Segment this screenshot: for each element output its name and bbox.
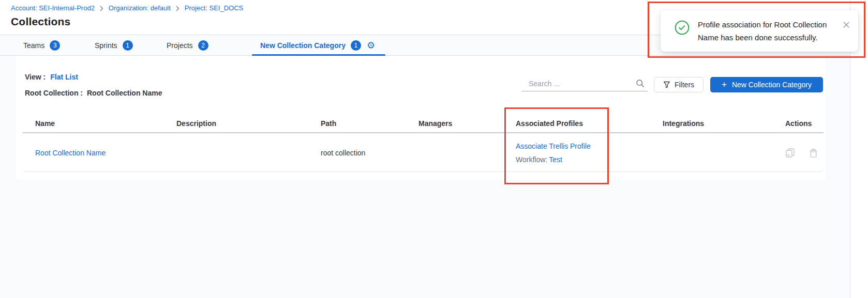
tab-teams-label: Teams bbox=[23, 41, 44, 50]
filter-funnel-icon bbox=[663, 81, 670, 88]
workflow-test-link[interactable]: Test bbox=[549, 155, 562, 164]
root-collection-name-link[interactable]: Root Collection Name bbox=[35, 149, 106, 157]
root-collection-value: Root Collection Name bbox=[87, 89, 162, 97]
search-field bbox=[521, 76, 648, 91]
chevron-right-icon bbox=[99, 6, 104, 11]
cell-associated-profiles: Associate Trellis Profile Workflow:Test bbox=[516, 142, 663, 165]
gear-icon[interactable]: ⚙ bbox=[367, 41, 375, 50]
new-collection-category-button-label: New Collection Category bbox=[732, 81, 812, 89]
plus-icon: + bbox=[722, 80, 727, 89]
column-header-path: Path bbox=[321, 119, 418, 128]
column-header-description: Description bbox=[176, 119, 321, 128]
tab-projects[interactable]: Projects 2 bbox=[167, 35, 208, 55]
toast-message: Profile association for Root Collection … bbox=[698, 18, 836, 44]
breadcrumb: Account: SEI-Internal-Prod2 Organization… bbox=[11, 4, 243, 12]
cell-name: Root Collection Name bbox=[23, 149, 176, 157]
tab-teams-count-badge: 3 bbox=[50, 40, 60, 51]
tab-projects-label: Projects bbox=[167, 41, 193, 50]
column-header-actions: Actions bbox=[785, 119, 824, 128]
workflow-line: Workflow:Test bbox=[516, 155, 663, 165]
tab-teams[interactable]: Teams 3 bbox=[23, 35, 60, 55]
success-check-icon bbox=[675, 20, 690, 37]
table-header-row: Name Description Path Managers Associate… bbox=[23, 115, 824, 133]
flat-list-link[interactable]: Flat List bbox=[50, 73, 78, 81]
column-header-managers: Managers bbox=[418, 119, 516, 128]
cell-path: root collection bbox=[321, 149, 418, 157]
tab-new-collection-category-count-badge: 1 bbox=[351, 40, 361, 51]
delete-trash-icon[interactable] bbox=[809, 148, 818, 158]
view-label: View : bbox=[25, 73, 46, 81]
breadcrumb-project-link[interactable]: Project: SEI_DOCS bbox=[185, 4, 243, 12]
tab-sprints-count-badge: 1 bbox=[123, 40, 133, 51]
cell-actions bbox=[785, 148, 824, 158]
tab-new-collection-category[interactable]: New Collection Category 1 ⚙ bbox=[252, 35, 385, 55]
breadcrumb-organization-link[interactable]: Organization: default bbox=[109, 4, 171, 12]
search-input[interactable] bbox=[529, 80, 636, 88]
new-collection-category-button[interactable]: + New Collection Category bbox=[710, 77, 823, 92]
chevron-right-icon bbox=[175, 6, 180, 11]
tab-sprints-label: Sprints bbox=[95, 41, 117, 50]
tab-new-collection-category-label: New Collection Category bbox=[260, 41, 346, 50]
view-row: View : Flat List bbox=[25, 73, 78, 81]
toast-close-icon[interactable] bbox=[843, 21, 850, 28]
collections-page: Account: SEI-Internal-Prod2 Organization… bbox=[0, 0, 868, 298]
column-header-associated-profiles: Associated Profiles bbox=[516, 119, 663, 128]
search-icon bbox=[636, 79, 645, 88]
associate-trellis-profile-link[interactable]: Associate Trellis Profile bbox=[516, 142, 663, 151]
page-title: Collections bbox=[11, 15, 70, 28]
tab-sprints[interactable]: Sprints 1 bbox=[95, 35, 133, 55]
tab-projects-count-badge: 2 bbox=[198, 40, 208, 51]
column-header-name: Name bbox=[23, 119, 176, 128]
copy-icon[interactable] bbox=[785, 148, 795, 158]
breadcrumb-account-link[interactable]: Account: SEI-Internal-Prod2 bbox=[11, 4, 95, 12]
column-header-integrations: Integrations bbox=[663, 119, 785, 128]
table-row: Root Collection Name root collection Ass… bbox=[23, 134, 824, 172]
root-collection-label: Root Collection : bbox=[25, 89, 83, 97]
success-toast: Profile association for Root Collection … bbox=[661, 10, 858, 52]
workflow-label: Workflow: bbox=[516, 155, 547, 164]
filters-button[interactable]: Filters bbox=[654, 77, 704, 92]
filters-button-label: Filters bbox=[675, 81, 694, 89]
root-collection-row: Root Collection : Root Collection Name bbox=[25, 89, 162, 97]
